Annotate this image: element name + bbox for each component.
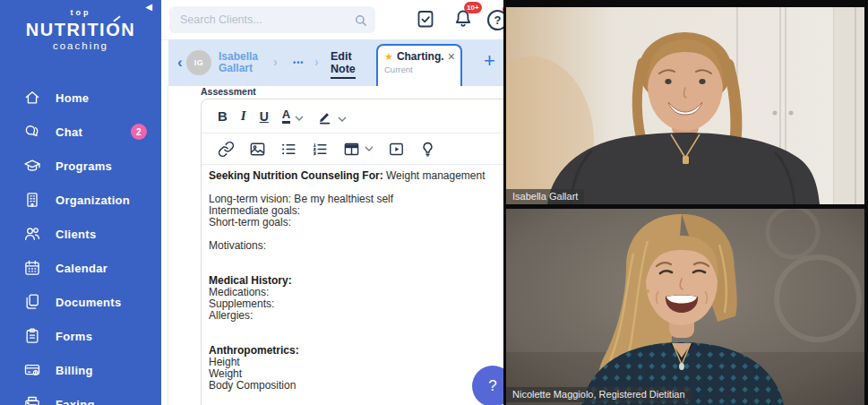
insert-table-button[interactable] [343,141,374,158]
organization-icon [23,191,41,209]
note-line: Height [209,357,503,368]
table-icon [343,141,360,158]
sidebar-item-forms[interactable]: Forms [0,319,161,353]
link-button[interactable] [218,141,235,158]
edit-note-line1: Edit [331,50,356,63]
video-frame-dietitian [506,209,864,405]
sidebar-item-label: Forms [56,330,92,343]
note-line: Anthropometrics: [209,345,503,357]
add-tab-button[interactable]: + [478,48,501,73]
sidebar-item-calendar[interactable]: Calendar [0,251,161,285]
app-logo: top NUTRITION coaching [0,0,161,52]
chat-unread-badge: 2 [131,124,147,140]
logo-name-text: NUTRITION [26,21,135,39]
sidebar-item-label: Chat [56,125,82,139]
participant-name-label: Nicolette Maggiolo, Registered Dietitian [506,387,692,402]
bell-icon [452,8,474,30]
tasks-button[interactable] [414,8,437,31]
sidebar-item-label: Calendar [56,262,107,275]
help-menu-button[interactable]: ? [487,8,503,31]
help-bubble-button[interactable]: ? [472,366,503,405]
bold-icon: B [218,108,228,124]
video-call-panel: Isabella Gallart [503,0,868,405]
logo-sub-text: coaching [0,41,161,52]
edit-note-line2: Note [331,63,356,75]
underline-icon: U [260,109,269,124]
sidebar-item-faxing[interactable]: Faxing [0,387,161,405]
top-bar: 10+ ? [161,0,503,40]
bulleted-list-button[interactable] [280,141,297,158]
text-color-icon: A [282,109,290,124]
client-last-name: Gallart [219,63,258,74]
clients-icon [23,225,41,243]
billing-icon [23,361,41,379]
text-color-button[interactable]: A [282,109,304,124]
sidebar-item-programs[interactable]: Programs [0,149,161,183]
sidebar: ◀ top NUTRITION coaching Home Chat 2 Pro… [0,0,161,405]
sidebar-item-documents[interactable]: Documents [0,285,161,319]
chat-icon [23,123,41,141]
image-icon [249,141,266,158]
video-icon [388,141,405,158]
breadcrumb-overflow-button[interactable]: ••• [288,57,309,68]
sidebar-item-home[interactable]: Home [0,81,161,115]
video-tile-isabella: Isabella Gallart [506,7,864,204]
search-input[interactable] [169,6,375,33]
chevron-right-icon: › [273,55,278,69]
note-line: Motivations: [209,240,503,252]
tab-status: Current [384,65,455,74]
documents-icon [23,293,41,311]
insert-image-button[interactable] [249,141,266,158]
numbered-list-button[interactable] [312,141,329,158]
sidebar-item-organization[interactable]: Organization [0,183,161,217]
section-label: Assessment [201,86,256,97]
calendar-icon [23,259,41,277]
note-content[interactable]: Seeking Nutrition Counseling For: Weight… [202,165,503,405]
link-icon [218,141,235,158]
sidebar-item-label: Documents [56,296,122,309]
tab-title: Charting... [397,50,444,63]
star-icon: ★ [384,51,393,63]
sidebar-item-chat[interactable]: Chat 2 [0,115,161,149]
suggestion-button[interactable] [419,141,436,158]
sidebar-item-label: Home [56,91,89,105]
logo-top-text: top [0,9,161,17]
sidebar-collapse-icon[interactable]: ◀ [145,2,152,12]
chevron-down-icon [338,116,347,122]
insert-video-button[interactable] [388,141,405,158]
lightbulb-icon [419,141,436,158]
editor-toolbar-row2 [202,134,503,165]
bold-button[interactable]: B [218,108,228,124]
sidebar-item-billing[interactable]: Billing [0,353,161,387]
note-line: Allergies: [209,310,503,322]
editor-toolbar-row1: B I U A [202,99,503,134]
italic-button[interactable]: I [241,108,246,124]
notifications-button[interactable] [451,8,475,31]
sidebar-item-clients[interactable]: Clients [0,217,161,251]
underline-button[interactable]: U [260,109,269,124]
bulleted-list-icon [280,141,297,158]
tasks-icon [415,8,436,30]
note-editor: B I U A [201,99,503,405]
sidebar-item-label: Faxing [56,398,95,405]
highlight-button[interactable] [317,108,347,125]
breadcrumb-client-name[interactable]: Isabella Gallart [219,51,258,74]
search-icon [353,13,369,29]
sidebar-item-label: Organization [56,194,130,207]
note-line [209,322,503,333]
chevron-down-icon [365,146,374,151]
forms-icon [23,327,41,345]
tab-charting[interactable]: ★ Charting... × Current [376,44,462,86]
sidebar-item-label: Billing [56,364,93,377]
note-line [209,392,503,403]
tab-close-icon[interactable]: × [448,50,455,63]
programs-icon [23,157,41,175]
note-line: Short-term goals: [209,217,503,228]
faxing-icon [23,395,41,405]
sidebar-nav: Home Chat 2 Programs Organization Client… [0,81,161,405]
client-avatar[interactable]: IG [186,50,211,75]
sidebar-item-label: Programs [56,159,112,173]
breadcrumb-edit-note[interactable]: Edit Note [331,50,356,79]
video-frame-isabella [506,7,864,204]
numbered-list-icon [312,141,329,158]
